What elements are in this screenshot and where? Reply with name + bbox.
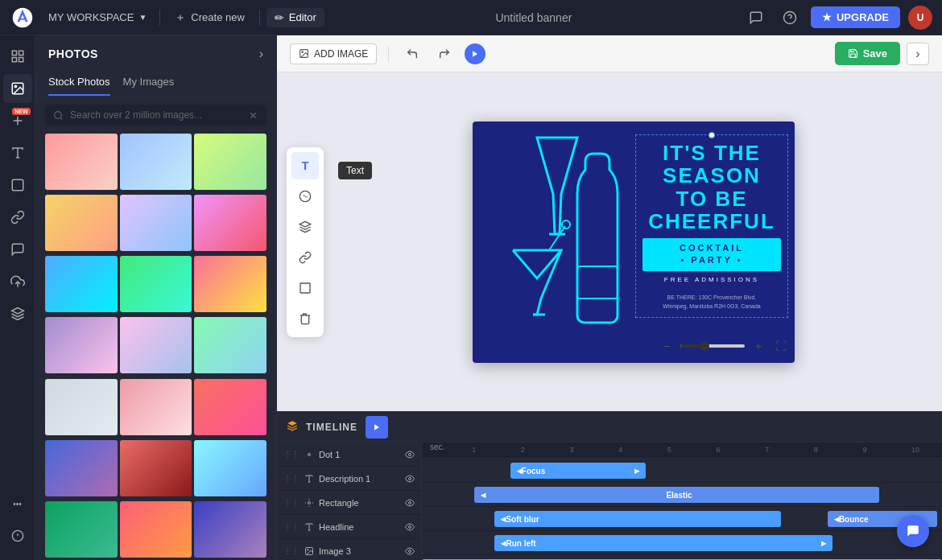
bar-softblur[interactable]: ◀ Soft blur xyxy=(494,511,780,527)
photo-thumb[interactable] xyxy=(194,195,266,251)
banner-container[interactable]: IT'S THE SEASON TO BE CHEERFUL COCKTAIL•… xyxy=(473,121,795,363)
zoom-thumb[interactable] xyxy=(700,341,709,351)
photo-thumb[interactable] xyxy=(45,317,118,373)
drag-handle[interactable]: ⋮⋮ xyxy=(283,450,300,459)
editor-button[interactable]: ✏ Editor xyxy=(266,8,324,27)
photo-thumb[interactable] xyxy=(120,379,192,435)
sidebar-item-text[interactable] xyxy=(3,138,32,167)
resize-button[interactable] xyxy=(291,274,319,302)
tab-stock-photos[interactable]: Stock Photos xyxy=(48,69,110,96)
layers-button[interactable] xyxy=(291,213,319,241)
photos-search-container xyxy=(35,97,276,134)
zoom-in-button[interactable]: + xyxy=(750,337,767,355)
sidebar-item-upload[interactable] xyxy=(3,267,32,296)
chat-bubble[interactable] xyxy=(897,515,929,547)
tab-my-images[interactable]: My Images xyxy=(123,69,175,96)
create-new-button[interactable]: ＋ Create new xyxy=(167,7,252,28)
sidebar-item-link[interactable] xyxy=(3,203,32,232)
undo-button[interactable] xyxy=(400,42,424,66)
main-layout: NEW ••• PHOTOS › xyxy=(0,35,942,560)
workspace-button[interactable]: MY WORKSPACE ▼ xyxy=(42,8,153,27)
add-image-label: ADD IMAGE xyxy=(314,48,368,60)
comments-button[interactable] xyxy=(743,5,769,31)
resize-icon xyxy=(299,282,312,294)
sidebar-item-info[interactable] xyxy=(3,521,32,550)
canvas-and-timeline: ADD IMAGE Save › xyxy=(277,35,942,560)
banner-sub-text: COCKTAIL• PARTY • xyxy=(651,242,773,267)
photo-thumb[interactable] xyxy=(194,317,266,373)
eye-icon[interactable] xyxy=(405,522,415,532)
collapse-button[interactable]: › xyxy=(907,43,929,65)
link-button[interactable] xyxy=(291,244,319,271)
photo-thumb[interactable] xyxy=(120,256,192,312)
app-logo[interactable] xyxy=(10,5,35,31)
sidebar-item-shapes[interactable] xyxy=(3,171,32,200)
expand-button[interactable]: ⛶ xyxy=(775,340,787,352)
photo-thumb[interactable] xyxy=(194,501,266,558)
svg-rect-30 xyxy=(577,266,618,299)
sidebar-item-comments[interactable] xyxy=(3,235,32,264)
image-icon xyxy=(304,546,314,556)
track-image3: ⋮⋮ Image 3 xyxy=(277,539,421,560)
drag-handle[interactable]: ⋮⋮ xyxy=(283,474,300,483)
clear-search-icon[interactable] xyxy=(248,110,258,121)
photo-thumb[interactable] xyxy=(120,317,192,373)
photo-thumb[interactable] xyxy=(120,501,192,558)
photo-thumb[interactable] xyxy=(45,134,118,190)
bar-label: Soft blur xyxy=(506,515,539,524)
lane-rect: ◀ Soft blur ◀ Bounce xyxy=(422,507,942,531)
upgrade-button[interactable]: ★ UPGRADE xyxy=(811,6,900,28)
bar-label: Bounce xyxy=(839,515,869,524)
photo-thumb[interactable] xyxy=(194,440,266,496)
topbar-divider xyxy=(159,10,160,26)
zoom-bar: − + ⛶ xyxy=(658,337,787,355)
user-avatar[interactable]: U xyxy=(908,6,932,30)
timeline-icon xyxy=(287,420,298,434)
photo-thumb[interactable] xyxy=(45,501,118,558)
text-tool-button[interactable]: T Text xyxy=(291,152,319,179)
sidebar-item-more[interactable]: ••• xyxy=(3,489,32,518)
eye-icon[interactable] xyxy=(405,474,415,484)
sidebar-item-new[interactable]: NEW xyxy=(3,106,32,135)
drag-handle[interactable]: ⋮⋮ xyxy=(283,498,300,507)
help-button[interactable] xyxy=(777,5,803,31)
photo-thumb[interactable] xyxy=(194,134,266,190)
photo-thumb[interactable] xyxy=(194,379,266,435)
save-button[interactable]: Save xyxy=(835,42,900,65)
sidebar-item-photos[interactable] xyxy=(3,74,32,103)
photo-thumb[interactable] xyxy=(45,195,118,251)
avatar-initials: U xyxy=(917,12,924,23)
delete-button[interactable] xyxy=(291,305,319,332)
eye-icon[interactable] xyxy=(405,546,415,556)
preview-button[interactable] xyxy=(465,43,485,64)
eye-icon[interactable] xyxy=(405,498,415,508)
document-title[interactable]: Untitled banner xyxy=(324,11,743,24)
drag-handle[interactable]: ⋮⋮ xyxy=(283,522,300,531)
zoom-slider[interactable] xyxy=(680,344,745,348)
photos-close-button[interactable]: › xyxy=(259,47,263,61)
zoom-out-button[interactable]: − xyxy=(658,337,676,355)
banner[interactable]: IT'S THE SEASON TO BE CHEERFUL COCKTAIL•… xyxy=(473,121,795,363)
sidebar-item-grid[interactable] xyxy=(3,42,32,71)
photo-thumb[interactable] xyxy=(120,195,192,251)
eye-icon[interactable] xyxy=(405,450,415,459)
play-button[interactable] xyxy=(366,416,388,439)
banner-main-text: IT'S THE SEASON TO BE CHEERFUL xyxy=(639,142,784,233)
bar-elastic[interactable]: ◀ Elastic xyxy=(474,487,880,503)
bar-runleft[interactable]: ◀ Run left ▶ xyxy=(494,535,833,551)
photo-thumb[interactable] xyxy=(45,256,118,312)
drag-handle[interactable]: ⋮⋮ xyxy=(283,546,300,555)
photo-thumb[interactable] xyxy=(194,256,266,312)
add-image-button[interactable]: ADD IMAGE xyxy=(290,43,377,64)
svg-rect-5 xyxy=(12,58,16,62)
photo-thumb[interactable] xyxy=(45,440,118,496)
redo-button[interactable] xyxy=(432,42,457,66)
svg-marker-25 xyxy=(473,51,477,57)
search-input[interactable] xyxy=(70,109,242,121)
bar-focus[interactable]: ◀ Focus ▶ xyxy=(510,463,646,479)
photo-thumb[interactable] xyxy=(45,379,118,435)
color-picker-button[interactable] xyxy=(291,183,319,210)
photo-thumb[interactable] xyxy=(120,134,192,190)
photo-thumb[interactable] xyxy=(120,440,192,496)
sidebar-item-layers[interactable] xyxy=(3,299,32,328)
